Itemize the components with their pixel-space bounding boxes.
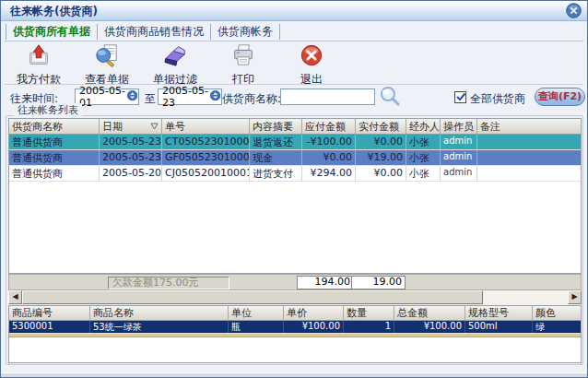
cell-spec-model: 500ml: [465, 321, 533, 333]
cell-doc-no: CT050523010001: [162, 135, 250, 149]
col-total-amount[interactable]: 总金额: [394, 306, 465, 320]
cell-total-amount: ¥100.00: [394, 321, 465, 333]
window-title: 往来帐务(供货商): [10, 4, 98, 19]
selected-row-underline: [9, 334, 581, 337]
cell-summary: 退货返还: [250, 135, 302, 149]
view-document-button[interactable]: 查看单据: [80, 43, 134, 82]
view-document-icon: [95, 43, 119, 71]
accounts-header-row: 供货商名称 日期 单号 内容摘要 应付金额 实付金额 经办人 操作员 备注: [9, 119, 581, 135]
cell-date: 2005-05-23: [100, 150, 162, 165]
products-header-row: 商品编号 商品名称 单位 单价 数量 总金额 规格型号 颜色: [9, 306, 581, 321]
query-button[interactable]: 查询(F2): [535, 88, 585, 106]
scroll-right-icon[interactable]: ▶: [568, 290, 582, 304]
print-label: 打印: [232, 72, 254, 88]
cell-doc-no: GF050523010001: [162, 150, 250, 165]
cell-paid: ¥19.00: [356, 150, 406, 165]
tab-supplier-product-sales[interactable]: 供货商商品销售情况: [97, 24, 210, 40]
tab-bar: 供货商所有单据 供货商商品销售情况 供货商帐务: [6, 24, 280, 40]
col-paid[interactable]: 实付金额: [356, 119, 406, 134]
col-handler[interactable]: 经办人: [406, 119, 441, 134]
col-unit[interactable]: 单位: [229, 306, 284, 320]
col-unit-price[interactable]: 单价: [284, 306, 344, 320]
search-icon[interactable]: [379, 86, 400, 107]
supplier-name-label: 供货商名称:: [222, 91, 281, 107]
cell-supplier: 普通供货商: [9, 135, 100, 149]
tab-underline: [5, 41, 583, 41]
cell-operator: admin: [441, 150, 477, 165]
table-row[interactable]: 普通供货商 2005-05-20 CJ050520010001 进货支付 ¥29…: [9, 166, 581, 182]
cell-unit-price: ¥100.00: [284, 321, 344, 333]
tab-supplier-all-documents[interactable]: 供货商所有单据: [6, 24, 97, 40]
cell-supplier: 普通供货商: [9, 150, 100, 165]
date-from-input[interactable]: 2005-05-01: [75, 89, 139, 105]
col-payable[interactable]: 应付金额: [302, 119, 356, 134]
col-doc-no[interactable]: 单号: [162, 119, 250, 134]
cell-payable: ¥0.00: [302, 150, 356, 165]
accounts-group-title: 往来帐务列表: [14, 103, 82, 117]
filter-icon: [163, 43, 187, 71]
table-row[interactable]: 普通供货商 2005-05-23 CT050523010001 退货返还 -¥1…: [9, 135, 581, 150]
col-remark[interactable]: 备注: [477, 119, 581, 134]
col-date[interactable]: 日期: [100, 119, 162, 134]
cell-payable: -¥100.00: [302, 135, 356, 149]
cell-operator: admin: [441, 135, 477, 149]
debt-amount-box: 欠款金额175.00元: [108, 277, 229, 289]
supplier-accounts-window: 往来帐务(供货商) 供货商所有单据 供货商商品销售情况 供货商帐务 我方付款: [0, 0, 588, 378]
scrollbar-thumb[interactable]: [22, 290, 483, 304]
accounts-table: 供货商名称 日期 单号 内容摘要 应付金额 实付金额 经办人 操作员 备注 普通…: [8, 118, 582, 274]
cell-paid: ¥0.00: [356, 135, 406, 149]
all-suppliers-checkbox[interactable]: [454, 91, 466, 103]
toolbar: 我方付款 查看单据 单据过滤: [12, 43, 338, 82]
print-button[interactable]: 打印: [217, 43, 270, 82]
date-to-spinner-icon[interactable]: [210, 90, 220, 103]
table-row[interactable]: 5300001 53统一绿茶 瓶 ¥100.00 1 ¥100.00 500ml…: [9, 321, 581, 334]
sort-desc-icon: [150, 121, 159, 133]
cell-operator: admin: [441, 166, 477, 181]
cell-supplier: 普通供货商: [9, 166, 100, 181]
cell-doc-no: CJ050520010001: [162, 166, 250, 181]
paid-total-box: 19.00: [351, 276, 406, 289]
cell-color: 绿: [533, 321, 581, 333]
col-supplier-name[interactable]: 供货商名称: [9, 119, 100, 134]
col-product-name[interactable]: 商品名称: [90, 306, 229, 320]
supplier-name-input[interactable]: [280, 89, 375, 105]
col-quantity[interactable]: 数量: [344, 306, 394, 320]
close-icon[interactable]: [566, 3, 582, 18]
exit-icon: [300, 43, 323, 71]
cell-unit: 瓶: [229, 321, 284, 333]
all-suppliers-label: 全部供货商: [470, 91, 525, 107]
our-payment-button[interactable]: 我方付款: [12, 43, 65, 82]
date-to-input[interactable]: 2005-05-23: [158, 89, 222, 105]
col-operator[interactable]: 操作员: [441, 119, 477, 134]
cell-summary: 进货支付: [250, 166, 302, 181]
scroll-left-icon[interactable]: ◀: [8, 290, 22, 304]
products-table: 商品编号 商品名称 单位 单价 数量 总金额 规格型号 颜色 5300001 5…: [8, 305, 582, 363]
cell-date: 2005-05-23: [100, 135, 162, 149]
cell-handler: 小张: [406, 166, 441, 181]
filter-documents-button[interactable]: 单据过滤: [148, 43, 202, 82]
cell-date: 2005-05-20: [100, 166, 162, 181]
our-payment-label: 我方付款: [17, 72, 61, 88]
cell-product-name: 53统一绿茶: [90, 321, 229, 333]
cell-remark: [477, 150, 581, 165]
cell-remark: [477, 135, 581, 149]
col-color[interactable]: 颜色: [533, 306, 581, 320]
table-row[interactable]: 普通供货商 2005-05-23 GF050523010001 现金 ¥0.00…: [9, 150, 581, 166]
date-to-value: 2005-05-23: [162, 85, 210, 109]
col-summary[interactable]: 内容摘要: [250, 119, 302, 134]
exit-label: 退出: [300, 72, 323, 88]
title-bar: 往来帐务(供货商): [1, 1, 587, 21]
cell-remark: [477, 166, 581, 181]
cell-handler: 小张: [406, 150, 441, 165]
horizontal-scrollbar[interactable]: ◀ ▶: [8, 290, 582, 304]
date-from-spinner-icon[interactable]: [127, 90, 137, 103]
col-spec-model[interactable]: 规格型号: [465, 306, 533, 320]
exit-button[interactable]: 退出: [285, 43, 338, 82]
cell-summary: 现金: [250, 150, 302, 165]
cell-product-code: 5300001: [9, 321, 90, 333]
tab-supplier-accounts[interactable]: 供货商帐务: [210, 24, 280, 40]
window-bottom-edge: [1, 372, 587, 377]
payment-icon: [27, 43, 51, 71]
payable-total-box: 194.00: [297, 276, 354, 289]
col-product-code[interactable]: 商品编号: [9, 306, 90, 320]
